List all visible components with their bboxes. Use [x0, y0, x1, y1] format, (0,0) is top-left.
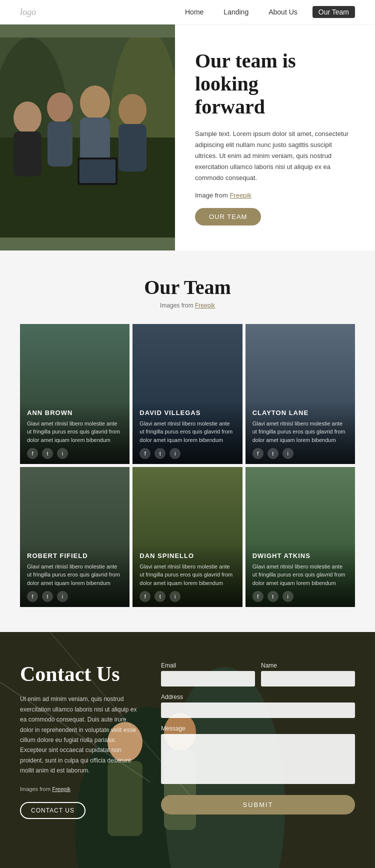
logo: logo: [20, 7, 36, 18]
team-card-overlay: CLAYTON LANEGlavi amet ritnisI libero mo…: [246, 401, 355, 464]
team-card: CLAYTON LANEGlavi amet ritnisI libero mo…: [246, 324, 355, 464]
social-icons: fti: [252, 591, 348, 602]
member-desc: Glavi amet ritnisI libero molestie ante …: [252, 420, 348, 444]
facebook-icon[interactable]: f: [140, 591, 150, 602]
social-icons: fti: [27, 591, 122, 602]
instagram-icon[interactable]: i: [57, 591, 68, 602]
hero-image: [0, 24, 175, 250]
member-name: ANN BROWN: [27, 409, 122, 416]
name-label: Name: [261, 662, 355, 669]
instagram-icon[interactable]: i: [57, 448, 68, 459]
instagram-icon[interactable]: i: [282, 448, 294, 459]
address-input[interactable]: [161, 702, 355, 718]
contact-image-credit: Images from Freepik: [20, 786, 141, 792]
member-name: CLAYTON LANE: [252, 409, 348, 416]
email-input[interactable]: [161, 671, 255, 686]
submit-button[interactable]: SUBMIT: [161, 795, 355, 814]
hero-image-placeholder: [0, 38, 175, 238]
contact-section: Contact Us Ut enim ad minim veniam, quis…: [0, 632, 375, 868]
social-icons: fti: [140, 591, 235, 602]
member-desc: Glavi amet ritnisI libero molestie ante …: [140, 420, 235, 444]
team-images-credit: Images from Freepik: [20, 302, 355, 309]
contact-heading: Contact Us: [20, 662, 141, 686]
hero-content: Our team is looking forward Sample text.…: [175, 24, 375, 250]
hero-body: Sample text. Lorem ipsum dolor sit amet,…: [195, 128, 355, 184]
contact-us-button[interactable]: CONTACT US: [20, 802, 86, 819]
social-icons: fti: [27, 448, 122, 459]
team-card: DAVID VILLEGASGlavi amet ritnisI libero …: [132, 324, 242, 464]
member-name: DAN SPINELLO: [140, 552, 235, 560]
social-icons: fti: [140, 448, 235, 459]
team-card-overlay: DAVID VILLEGASGlavi amet ritnisI libero …: [132, 401, 242, 464]
social-icons: fti: [252, 448, 348, 459]
team-card-overlay: DAN SPINELLOGlavi amet ritnisI libero mo…: [132, 544, 242, 608]
member-name: ROBERT FIFIELD: [27, 552, 122, 560]
svg-rect-14: [0, 38, 175, 238]
nav-landing[interactable]: Landing: [218, 6, 254, 18]
instagram-icon[interactable]: i: [282, 591, 294, 602]
hero-section: Our team is looking forward Sample text.…: [0, 24, 375, 250]
hero-heading: Our team is looking forward: [195, 50, 355, 118]
our-team-button[interactable]: OUR TEAM: [195, 208, 261, 226]
nav-our-team[interactable]: Our Team: [312, 6, 355, 18]
team-card: DAN SPINELLOGlavi amet ritnisI libero mo…: [132, 467, 242, 607]
message-input[interactable]: [161, 734, 355, 784]
team-card-overlay: ROBERT FIFIELDGlavi amet ritnisI libero …: [20, 544, 130, 608]
twitter-icon[interactable]: t: [42, 591, 53, 602]
message-label: Message: [161, 725, 355, 732]
twitter-icon[interactable]: t: [154, 591, 166, 602]
name-group: Name: [261, 662, 355, 686]
hero-image-credit: Image from Freepik: [195, 192, 355, 199]
team-card: ROBERT FIFIELDGlavi amet ritnisI libero …: [20, 467, 130, 607]
member-desc: Glavi amet ritnisI libero molestie ante …: [27, 562, 122, 588]
email-group: Email: [161, 662, 255, 686]
email-label: Email: [161, 662, 255, 669]
instagram-icon[interactable]: i: [170, 591, 180, 602]
address-group: Address: [161, 694, 355, 718]
hero-freepik-link[interactable]: Freepik: [230, 192, 251, 199]
member-desc: Glavi amet ritnisI libero molestie ante …: [252, 562, 348, 588]
facebook-icon[interactable]: f: [252, 448, 264, 459]
message-group: Message: [161, 725, 355, 784]
member-name: DWIGHT ATKINS: [252, 552, 348, 560]
team-card: DWIGHT ATKINSGlavi amet ritnisI libero m…: [246, 467, 355, 607]
team-freepik-link[interactable]: Freepik: [195, 302, 215, 309]
instagram-icon[interactable]: i: [170, 448, 180, 459]
address-label: Address: [161, 694, 355, 700]
contact-freepik-link[interactable]: Freepik: [52, 786, 70, 792]
team-card: ANN BROWNGlavi amet ritnisI libero moles…: [20, 324, 130, 464]
contact-left: Contact Us Ut enim ad minim veniam, quis…: [20, 662, 141, 818]
twitter-icon[interactable]: t: [154, 448, 166, 459]
facebook-icon[interactable]: f: [252, 591, 264, 602]
team-grid: ANN BROWNGlavi amet ritnisI libero moles…: [20, 324, 355, 607]
team-section: Our Team Images from Freepik ANN BROWNGl…: [0, 250, 375, 632]
member-name: DAVID VILLEGAS: [140, 409, 235, 416]
name-input[interactable]: [261, 671, 355, 686]
form-row-email-name: Email Name: [161, 662, 355, 686]
member-desc: Glavi amet ritnisI libero molestie ante …: [140, 562, 235, 588]
contact-form: Email Name Address Message SUBMIT: [161, 662, 355, 814]
nav-home[interactable]: Home: [180, 6, 208, 18]
nav-links: Home Landing About Us Our Team: [180, 6, 355, 18]
navbar: logo Home Landing About Us Our Team: [0, 0, 375, 24]
facebook-icon[interactable]: f: [27, 448, 38, 459]
contact-body: Ut enim ad minim veniam, quis nostrud ex…: [20, 694, 141, 776]
twitter-icon[interactable]: t: [42, 448, 53, 459]
nav-about[interactable]: About Us: [264, 6, 302, 18]
team-heading: Our Team: [20, 276, 355, 299]
team-card-overlay: DWIGHT ATKINSGlavi amet ritnisI libero m…: [246, 544, 355, 608]
twitter-icon[interactable]: t: [268, 448, 278, 459]
member-desc: Glavi amet ritnisI libero molestie ante …: [27, 420, 122, 444]
team-card-overlay: ANN BROWNGlavi amet ritnisI libero moles…: [20, 401, 130, 464]
facebook-icon[interactable]: f: [27, 591, 38, 602]
facebook-icon[interactable]: f: [140, 448, 150, 459]
twitter-icon[interactable]: t: [268, 591, 278, 602]
